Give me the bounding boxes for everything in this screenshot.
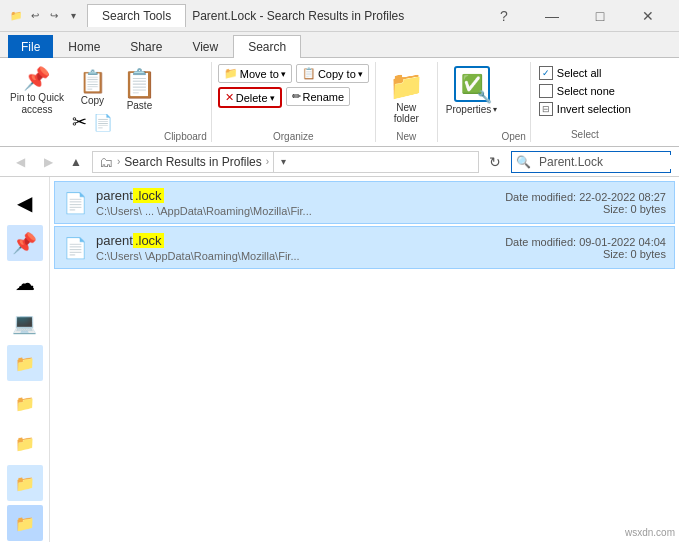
file-size-1: Size: 0 bytes	[505, 203, 666, 215]
new-folder-icon: 📁	[389, 69, 424, 102]
sidebar-item-quick-access[interactable]: 📌	[7, 225, 43, 261]
invert-selection-button[interactable]: ⊟ Invert selection	[535, 100, 635, 118]
copy-to-button[interactable]: 📋 Copy to ▾	[296, 64, 369, 83]
sidebar-item-folder-3[interactable]: 📁	[7, 425, 43, 461]
properties-icon: ✅ 🔧	[454, 66, 490, 102]
sidebar-item-folder-4[interactable]: 📁	[7, 465, 43, 501]
select-none-button[interactable]: Select none	[535, 82, 635, 100]
undo-icon[interactable]: ↩	[27, 8, 43, 24]
redo-icon[interactable]: ↪	[46, 8, 62, 24]
file-icon-1: 📄	[63, 191, 88, 215]
path-segment-search-results[interactable]: Search Results in Profiles	[124, 155, 261, 169]
move-to-button[interactable]: 📁 Move to ▾	[218, 64, 292, 83]
folder-icon: 📁	[8, 8, 24, 24]
window-title: Parent.Lock - Search Results in Profiles	[192, 9, 404, 23]
sidebar-item-this-pc[interactable]: 💻	[7, 305, 43, 341]
copy-label: Copy	[81, 95, 104, 106]
file-date-1: Date modified: 22-02-2022 08:27	[505, 191, 666, 203]
paste-label: Paste	[127, 100, 153, 111]
maximize-button[interactable]: □	[577, 0, 623, 32]
tab-home[interactable]: Home	[53, 35, 115, 58]
properties-button[interactable]: ✅ 🔧 Properties ▾	[442, 62, 502, 119]
file-name-text-1: parent	[96, 188, 133, 203]
ribbon-organize-section: 📁 Move to ▾ 📋 Copy to ▾ ✕ Delete ▾	[212, 62, 376, 142]
file-list: 📄 parent.lock C:\Users\ ... \AppData\Roa…	[50, 177, 679, 542]
search-box: 🔍 ✕ ›	[511, 151, 671, 173]
search-tools-tab[interactable]: Search Tools	[87, 4, 186, 27]
file-size-2: Size: 0 bytes	[505, 248, 666, 260]
ribbon-tabs: File Home Share View Search	[0, 32, 679, 58]
address-path[interactable]: 🗂 › Search Results in Profiles › ▾	[92, 151, 479, 173]
file-name-highlight-2: .lock	[133, 233, 164, 248]
new-folder-label: Newfolder	[394, 102, 419, 124]
new-label: New	[396, 131, 416, 142]
watermark: wsxdn.com	[625, 527, 675, 538]
properties-label: Properties ▾	[446, 104, 498, 115]
copy-button[interactable]: 📋 Copy	[72, 66, 113, 109]
file-date-2: Date modified: 09-01-2022 04:04	[505, 236, 666, 248]
ribbon-new-section: 📁 Newfolder New	[376, 62, 438, 142]
title-bar-icons: 📁 ↩ ↪ ▾	[8, 8, 81, 24]
pin-icon: 📌	[23, 66, 50, 92]
delete-arrow: ▾	[270, 93, 275, 103]
file-info-2: parent.lock C:\Users\ \AppData\Roaming\M…	[96, 233, 505, 262]
invert-label: Invert selection	[557, 103, 631, 115]
delete-button[interactable]: ✕ Delete ▾	[218, 87, 282, 108]
up-button[interactable]: ▲	[64, 150, 88, 174]
paste-big-icon: 📋	[122, 67, 157, 100]
invert-icon: ⊟	[539, 102, 553, 116]
file-path-1: C:\Users\ ... \AppData\Roaming\Mozilla\F…	[96, 205, 505, 217]
title-bar: 📁 ↩ ↪ ▾ Search Tools Parent.Lock - Searc…	[0, 0, 679, 32]
copy-to-icon: 📋	[302, 67, 316, 80]
organize-label: Organize	[216, 129, 371, 142]
sidebar: ◀ 📌 ☁ 💻 📁 📁 📁 📁 📁	[0, 177, 50, 542]
pin-to-quick-access-button[interactable]: 📌 Pin to Quick access	[4, 62, 70, 120]
sidebar-item-folder-1[interactable]: 📁	[7, 345, 43, 381]
close-button[interactable]: ✕	[625, 0, 671, 32]
move-to-label: Move to	[240, 68, 279, 80]
paste-button[interactable]: 📋 Paste	[115, 62, 164, 116]
forward-button[interactable]: ▶	[36, 150, 60, 174]
path-separator-2: ›	[266, 156, 269, 167]
sidebar-item-onedrive[interactable]: ☁	[7, 265, 43, 301]
table-row[interactable]: 📄 parent.lock C:\Users\ \AppData\Roaming…	[54, 226, 675, 269]
tab-share[interactable]: Share	[115, 35, 177, 58]
address-dropdown[interactable]: ▾	[273, 151, 293, 173]
help-button[interactable]: ?	[481, 0, 527, 32]
new-folder-button[interactable]: 📁 Newfolder	[380, 62, 433, 131]
select-all-button[interactable]: ✓ Select all	[535, 64, 635, 82]
file-info-1: parent.lock C:\Users\ ... \AppData\Roami…	[96, 188, 505, 217]
copy-to-arrow: ▾	[358, 69, 363, 79]
tab-file[interactable]: File	[8, 35, 53, 58]
minimize-button[interactable]: —	[529, 0, 575, 32]
delete-icon: ✕	[225, 91, 234, 104]
tab-view[interactable]: View	[177, 35, 233, 58]
select-label: Select	[535, 129, 635, 140]
dropdown-icon[interactable]: ▾	[65, 8, 81, 24]
tab-search[interactable]: Search	[233, 35, 301, 58]
sidebar-item-folder-2[interactable]: 📁	[7, 385, 43, 421]
rename-icon: ✏	[292, 90, 301, 103]
select-none-icon	[539, 84, 553, 98]
file-meta-2: Date modified: 09-01-2022 04:04 Size: 0 …	[505, 236, 666, 260]
cut-button[interactable]: ✂	[72, 111, 87, 133]
sidebar-item-folder-5[interactable]: 📁	[7, 505, 43, 541]
table-row[interactable]: 📄 parent.lock C:\Users\ ... \AppData\Roa…	[54, 181, 675, 224]
rename-button[interactable]: ✏ Rename	[286, 87, 351, 106]
rename-label: Rename	[303, 91, 345, 103]
delete-label: Delete	[236, 92, 268, 104]
refresh-button[interactable]: ↻	[483, 150, 507, 174]
paste-icon: 📄	[93, 113, 113, 132]
file-name-highlight-1: .lock	[133, 188, 164, 203]
select-none-label: Select none	[557, 85, 615, 97]
file-name-2: parent.lock	[96, 233, 505, 248]
sidebar-item-back[interactable]: ◀	[7, 185, 43, 221]
title-bar-left: 📁 ↩ ↪ ▾ Search Tools Parent.Lock - Searc…	[8, 4, 404, 27]
file-name-text-2: parent	[96, 233, 133, 248]
back-button[interactable]: ◀	[8, 150, 32, 174]
file-path-2: C:\Users\ \AppData\Roaming\Mozilla\Fir..…	[96, 250, 505, 262]
address-bar: ◀ ▶ ▲ 🗂 › Search Results in Profiles › ▾…	[0, 147, 679, 177]
search-input[interactable]	[535, 155, 679, 169]
ribbon-open-section: ✅ 🔧 Properties ▾ Open	[438, 62, 531, 142]
file-icon-2: 📄	[63, 236, 88, 260]
